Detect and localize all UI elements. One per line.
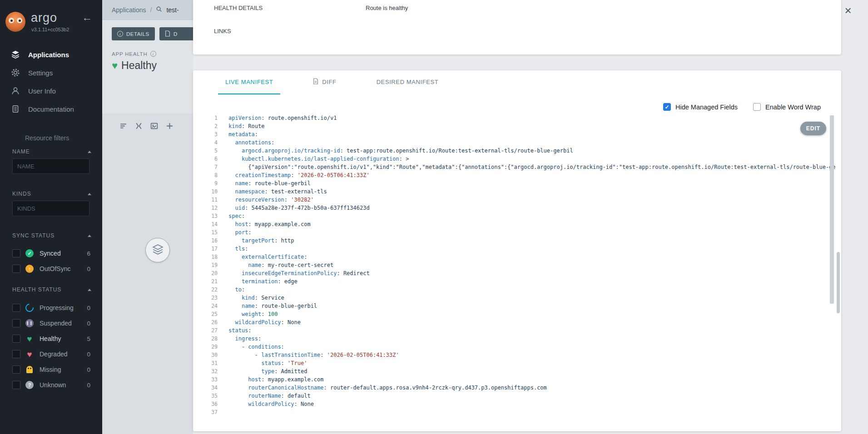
filter-row-degraded[interactable]: ♥ Degraded 0 — [12, 347, 102, 361]
code-line: 36 wildcardPolicy: None — [193, 400, 841, 408]
collapse-chevron-icon — [88, 235, 91, 237]
panel-close-button[interactable]: × — [841, 4, 855, 17]
manifest-lines: 1apiVersion: route.openshift.io/v12kind:… — [193, 113, 841, 416]
code-line: 28 ingress: — [193, 335, 841, 343]
sidebar-item-user-info[interactable]: User Info — [0, 82, 102, 100]
sync-status-label: SYNC STATUS — [12, 232, 55, 239]
progressing-checkbox[interactable] — [12, 304, 20, 312]
kinds-filter-input[interactable] — [12, 201, 89, 216]
sidebar-item-settings[interactable]: Settings — [0, 64, 102, 82]
unknown-checkbox[interactable] — [12, 381, 20, 389]
code-line: 22 to: — [193, 286, 841, 294]
sidebar-item-documentation[interactable]: Documentation — [0, 100, 102, 118]
line-number: 13 — [193, 212, 218, 220]
filter-row-outofsync[interactable]: ↑ OutOfSync 0 — [12, 262, 102, 276]
line-number: 6 — [193, 155, 218, 163]
outofsync-checkbox[interactable] — [12, 265, 20, 273]
argo-version: v3.1.11+cc053b2 — [31, 27, 69, 32]
filter-row-synced[interactable]: ✓ Synced 6 — [12, 247, 102, 260]
code-line: 33 host: myapp.example.com — [193, 375, 841, 384]
code-line: 20 insecureEdgeTerminationPolicy: Redire… — [193, 269, 841, 277]
filter-row-progressing[interactable]: Progressing 0 — [12, 301, 102, 315]
filter-count: 0 — [87, 320, 90, 327]
line-number: 23 — [193, 294, 218, 302]
filter-count: 0 — [87, 382, 90, 389]
line-number: 4 — [193, 138, 218, 147]
argo-logo — [5, 12, 25, 32]
code-line: 30 - lastTransitionTime: '2026-02-05T06:… — [193, 351, 841, 359]
line-number: 12 — [193, 204, 218, 212]
line-number: 19 — [193, 261, 218, 269]
code-line: 17 tls: — [193, 245, 841, 253]
tab-live-manifest[interactable]: LIVE MANIFEST — [218, 70, 280, 94]
name-filter-label: NAME — [12, 148, 30, 155]
tab-diff[interactable]: DIFF — [306, 70, 343, 94]
argo-wordmark: argo — [31, 11, 57, 25]
filter-row-healthy[interactable]: ♥ Healthy 5 — [12, 332, 102, 345]
line-number: 14 — [193, 220, 218, 228]
missing-checkbox[interactable] — [12, 365, 20, 374]
collapse-chevron-icon — [88, 289, 91, 291]
line-number: 3 — [193, 130, 218, 138]
modal-dim-overlay — [102, 0, 193, 434]
line-number: 21 — [193, 277, 218, 286]
line-number: 32 — [193, 367, 218, 375]
hide-managed-checkbox[interactable]: ✓ — [663, 103, 671, 111]
line-number: 16 — [193, 237, 218, 245]
code-line: 2kind: Route — [193, 122, 841, 130]
code-line: 1apiVersion: route.openshift.io/v1 — [193, 114, 841, 122]
panel-scrollbar[interactable] — [837, 252, 840, 313]
filter-row-missing[interactable]: Missing 0 — [12, 363, 102, 376]
applications-icon — [11, 50, 20, 59]
docs-icon — [11, 104, 20, 113]
sync-status-header[interactable]: SYNC STATUS — [12, 232, 91, 239]
synced-checkbox[interactable] — [12, 249, 20, 257]
health-status-label: HEALTH STATUS — [12, 286, 61, 293]
suspended-checkbox[interactable] — [12, 319, 20, 327]
filter-row-suspended[interactable]: ❙❙ Suspended 0 — [12, 316, 102, 330]
line-number: 18 — [193, 253, 218, 261]
sidebar-item-label: Documentation — [28, 105, 74, 113]
sidebar-item-label: Settings — [28, 69, 53, 77]
filter-count: 0 — [87, 266, 90, 272]
line-number: 1 — [193, 114, 218, 122]
kinds-filter-header[interactable]: KINDS — [12, 191, 91, 197]
links-label: LINKS — [214, 28, 231, 35]
edit-button[interactable]: EDIT — [800, 122, 826, 135]
health-status-header[interactable]: HEALTH STATUS — [12, 286, 91, 293]
line-number: 30 — [193, 351, 218, 359]
word-wrap-checkbox[interactable]: ✓ — [753, 103, 761, 111]
check-icon: ✓ — [665, 104, 669, 110]
code-line: 5 argocd.argoproj.io/tracking-id: test-a… — [193, 147, 841, 155]
code-line: 23 kind: Service — [193, 294, 841, 302]
manifest-tabs: LIVE MANIFEST DIFF DESIRED MANIFEST — [218, 70, 471, 94]
filter-count: 0 — [87, 351, 90, 358]
code-line: 26 wildcardPolicy: None — [193, 318, 841, 326]
hide-managed-label: Hide Managed Fields — [675, 104, 738, 111]
collapse-sidebar-button[interactable]: ← — [82, 12, 92, 23]
healthy-checkbox[interactable] — [12, 335, 20, 343]
code-line: 4 annotations: — [193, 138, 841, 147]
filter-count: 6 — [87, 250, 90, 257]
word-wrap-option[interactable]: ✓ Enable Word Wrap — [753, 103, 821, 111]
sidebar-item-applications[interactable]: Applications — [0, 45, 102, 64]
hide-managed-fields-option[interactable]: ✓ Hide Managed Fields — [663, 103, 738, 111]
line-number: 25 — [193, 310, 218, 318]
tab-desired-manifest[interactable]: DESIRED MANIFEST — [369, 70, 446, 94]
code-line: 27status: — [193, 326, 841, 335]
code-line: 21 termination: edge — [193, 277, 841, 286]
degraded-checkbox[interactable] — [12, 350, 20, 358]
sidebar: argo v3.1.11+cc053b2 ← Applications Sett… — [0, 0, 102, 434]
tab-label: LIVE MANIFEST — [225, 79, 273, 85]
ghost-icon — [25, 365, 34, 374]
code-line: 14 host: myapp.example.com — [193, 220, 841, 228]
name-filter-input[interactable] — [12, 158, 89, 174]
code-line: 19 name: my-route-cert-secret — [193, 261, 841, 269]
filter-row-unknown[interactable]: ? Unknown 0 — [12, 378, 102, 392]
name-filter-header[interactable]: NAME — [12, 148, 91, 155]
code-line: 11 resourceVersion: '30282' — [193, 196, 841, 204]
manifest-editor[interactable]: 1apiVersion: route.openshift.io/v12kind:… — [193, 113, 841, 431]
editor-scrollbar[interactable] — [830, 115, 834, 304]
code-line: 10 namespace: test-external-tls — [193, 187, 841, 196]
line-number: 17 — [193, 245, 218, 253]
